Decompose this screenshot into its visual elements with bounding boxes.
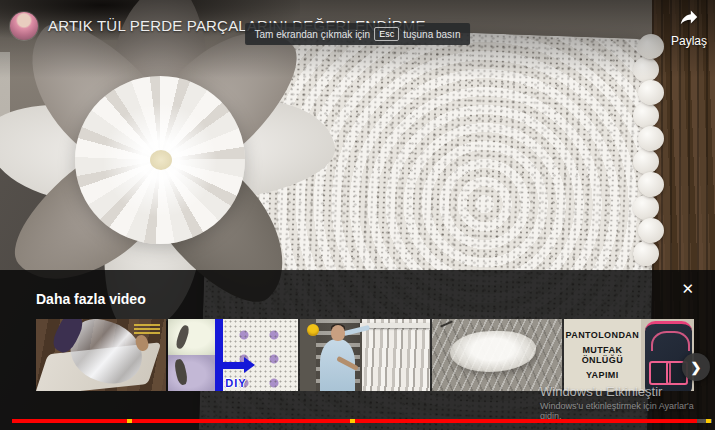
thumb5-line2: MUTFAK ÖNLÜĞÜ (564, 345, 641, 365)
tooltip-text-suffix: tuşuna basın (403, 29, 460, 40)
thumb5-line1: PANTOLONDAN (566, 330, 640, 340)
esc-key-label: Esc (374, 27, 399, 41)
share-button[interactable]: Paylaş (671, 6, 707, 48)
thumb5-line3: YAPIMI (586, 370, 619, 380)
suggested-video-thumbnail-3[interactable] (300, 319, 430, 391)
fullscreen-exit-tooltip: Tam ekrandan çıkmak için Esc tuşuna bası… (245, 23, 471, 45)
chevron-right-icon: ❯ (691, 360, 702, 375)
ad-marker (706, 419, 711, 423)
more-videos-overlay: Daha fazla video ✕ DIY (0, 270, 715, 430)
flower-stamen (150, 150, 172, 170)
tooltip-text-prefix: Tam ekrandan çıkmak için (255, 29, 371, 40)
video-suggestions-row: DIY PANTOLONDAN (36, 319, 694, 391)
thumb2-divider-bar (215, 319, 223, 391)
channel-avatar[interactable] (10, 12, 38, 40)
thumb5-title-text: PANTOLONDAN MUTFAK ÖNLÜĞÜ YAPIMI (564, 319, 641, 391)
thumb5-denim-apron (645, 321, 692, 391)
next-videos-button[interactable]: ❯ (682, 353, 710, 381)
more-videos-title: Daha fazla video (36, 291, 146, 307)
suggested-video-thumbnail-2[interactable]: DIY (168, 319, 298, 391)
ad-marker (127, 419, 132, 423)
progress-bar[interactable] (12, 419, 712, 423)
thumb2-arrow-icon (221, 362, 245, 369)
suggested-video-thumbnail-1[interactable] (36, 319, 166, 391)
close-icon[interactable]: ✕ (679, 279, 696, 298)
thumb1-logo-badge (134, 324, 160, 334)
thumb5-apron-area (641, 319, 694, 391)
ad-marker (350, 419, 355, 423)
share-label: Paylaş (671, 34, 707, 48)
suggested-video-thumbnail-4[interactable] (432, 319, 562, 391)
thumb3-emoji-sticker (307, 324, 319, 336)
doily-pompom-edge (633, 36, 659, 266)
thumb5-apron-seam (651, 331, 691, 351)
thumb2-diy-label: DIY (225, 377, 246, 389)
thumb3-tulle-strips (362, 319, 430, 391)
fullscreen-video-player: ARTIK TÜL PERDE PARÇALARINI DEĞERLENDİRM… (0, 0, 715, 430)
thumb3-rail (360, 323, 430, 328)
thumb2-fabric-top (168, 319, 215, 355)
tulle-flower (0, 30, 365, 298)
share-icon (678, 6, 700, 32)
suggested-video-thumbnail-5[interactable]: PANTOLONDAN MUTFAK ÖNLÜĞÜ YAPIMI (564, 319, 694, 391)
